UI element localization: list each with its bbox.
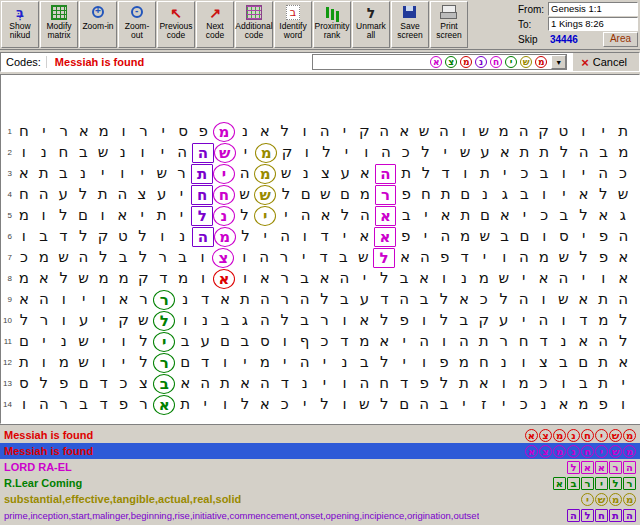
- matrix-cell: מ: [34, 248, 54, 268]
- matrix-letters: כמשהלבלרבוצוהרידבשלאהפדיוהמשלפא: [14, 248, 639, 268]
- matrix-cell: פ: [114, 395, 134, 415]
- matrix-cell: י: [114, 353, 134, 373]
- matrix-cell: ו: [335, 395, 355, 415]
- matrix-cell: ל: [613, 311, 633, 331]
- matrix-cell: א: [454, 290, 474, 310]
- additional-code-button[interactable]: Additional code: [235, 1, 273, 48]
- letter-chip: ת: [609, 509, 622, 522]
- matrix-cell: ב: [553, 353, 573, 373]
- matrix-cell: מ: [593, 311, 613, 331]
- matrix-cell: ו: [295, 227, 315, 247]
- matrix-cell: ש: [54, 248, 74, 268]
- matrix-cell: ו: [356, 143, 376, 163]
- matrix-cell: י: [315, 374, 335, 394]
- show-nikud-button[interactable]: Show nikud: [1, 1, 39, 48]
- unmark-all-button[interactable]: Unmark all: [352, 1, 390, 48]
- matrix-cell: ל: [275, 311, 295, 331]
- matrix-row: 8מאלשממקדמואוארבאהילבאונמשיאהיוא: [1, 268, 639, 289]
- matrix-cell: ה: [172, 143, 192, 163]
- code-combobox[interactable]: משיחנמצא ▼: [312, 54, 567, 70]
- matrix-cell: כ: [474, 290, 494, 310]
- matrix-cell: ה: [514, 248, 534, 268]
- matrix-cell: מ: [94, 269, 114, 289]
- matrix-cell: ה: [534, 311, 554, 331]
- matrix-cell: מ: [173, 269, 193, 289]
- zoom-in-button[interactable]: Zoom-in: [79, 1, 117, 48]
- cancel-button[interactable]: × Cancel: [573, 53, 639, 71]
- matrix-cell: ת: [515, 143, 535, 163]
- area-button[interactable]: Area: [603, 32, 638, 47]
- result-row[interactable]: Messiah is foundמשיחנמצא: [0, 443, 640, 459]
- matrix-cell: א: [255, 269, 275, 289]
- matrix-cell: ו: [553, 374, 573, 394]
- modify-matrix-button[interactable]: Modify matrix: [40, 1, 78, 48]
- show-nikud-label: Show nikud: [2, 22, 38, 40]
- matrix-cell: ר: [275, 269, 295, 289]
- from-field[interactable]: Genesis 1:1: [548, 2, 638, 16]
- matrix-cell: מ: [454, 353, 474, 373]
- letter-chip: ח: [581, 445, 594, 458]
- matrix-cell: פ: [54, 374, 74, 394]
- matrix-cell: ל: [133, 353, 153, 373]
- to-field[interactable]: 1 Kings 8:26: [548, 17, 638, 31]
- matrix-row: 5מולםואיתילנלייהאלהאביאתםאיכבלאג: [1, 205, 639, 226]
- matrix-cell: ר: [54, 395, 74, 415]
- matrix-cell: צ: [133, 374, 153, 394]
- result-letters: התחלה: [563, 509, 636, 522]
- letter-chip: א: [525, 445, 538, 458]
- next-code-button[interactable]: Next code: [196, 1, 234, 48]
- letter-chip: ש: [609, 445, 622, 458]
- identify-word-button[interactable]: Identify word: [274, 1, 312, 48]
- modify-matrix-label: Modify matrix: [41, 22, 77, 40]
- print-screen-label: Print screen: [431, 22, 467, 40]
- matrix-letters: חהעלתהצעיחחששלםשםמרפחתםנגבויאלש: [14, 185, 639, 205]
- matrix-cell: ו: [414, 353, 434, 373]
- matrix-cell: י: [236, 143, 256, 163]
- unmark-all-label: Unmark all: [353, 22, 389, 40]
- matrix-cell: א: [573, 332, 593, 352]
- green-bars-icon: [322, 4, 342, 21]
- matrix-cell: ל: [276, 185, 296, 205]
- print-screen-button[interactable]: Print screen: [430, 1, 468, 48]
- matrix-cell: ש: [235, 185, 255, 205]
- save-screen-button[interactable]: Save screen: [391, 1, 429, 48]
- matrix-cell: נ: [195, 311, 215, 331]
- matrix-cell: ת: [175, 395, 195, 415]
- proximity-rank-button[interactable]: Proximity rank: [313, 1, 351, 48]
- matrix-cell: ג: [613, 206, 633, 226]
- matrix-cell: א: [613, 353, 633, 373]
- codes-bar: Codes: Messiah is found משיחנמצא ▼ × Can…: [0, 52, 640, 72]
- matrix-row: 4חהעלתהצעיחחששלםשםמרפחתםנגבויאלש: [1, 184, 639, 205]
- matrix-cell: ע: [335, 164, 355, 184]
- row-number: 7: [1, 253, 14, 262]
- matrix-cell: ת: [215, 374, 235, 394]
- matrix-cell: י: [335, 122, 355, 142]
- zoom-out-button[interactable]: Zoom-out: [118, 1, 156, 48]
- matrix-cell: ב: [53, 164, 73, 184]
- matrix-cell: ש: [276, 164, 296, 184]
- matrix-cell: ת: [14, 353, 34, 373]
- matrix-cell: ש: [494, 269, 514, 289]
- result-row[interactable]: substantial,effective,tangible,actual,re…: [0, 491, 640, 507]
- matrix-cell: ו: [234, 248, 254, 268]
- letter-chip: ה: [567, 509, 580, 522]
- matrix-cell: מ: [354, 332, 374, 352]
- matrix-cell: ס: [173, 122, 193, 142]
- matrix-cell: י: [254, 206, 276, 226]
- previous-code-button[interactable]: Previous code: [157, 1, 195, 48]
- result-row[interactable]: LORD RA-ELהראאל: [0, 459, 640, 475]
- combo-dropdown-button[interactable]: ▼: [551, 55, 566, 69]
- result-row[interactable]: Messiah is foundמשיחנמצא: [0, 427, 640, 443]
- current-code-field[interactable]: Messiah is found: [47, 56, 203, 68]
- matrix-cell: י: [276, 206, 296, 226]
- matrix-cell: ל: [593, 185, 613, 205]
- matrix-cell: ש: [554, 248, 574, 268]
- result-row[interactable]: prime,inception,start,malinger,beginning…: [0, 507, 640, 523]
- matrix-row: 6ובדלקטלונהמליהודיאאפיהמשבםוסיפה: [1, 226, 639, 247]
- matrix-cell: ה: [435, 227, 455, 247]
- result-row[interactable]: R.Lear Comingרלירבא: [0, 475, 640, 491]
- matrix-cell: ו: [152, 227, 172, 247]
- matrix-cell: ו: [275, 332, 295, 352]
- matrix-cell: ת: [455, 206, 475, 226]
- matrix-cell: י: [132, 206, 152, 226]
